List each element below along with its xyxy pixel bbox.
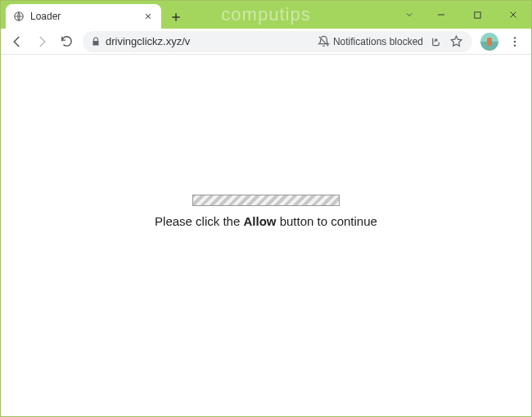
window-controls [395, 1, 531, 29]
titlebar: Loader computips [1, 1, 531, 29]
tab-strip: Loader [1, 1, 187, 29]
profile-avatar[interactable] [480, 33, 498, 51]
svg-rect-1 [474, 11, 480, 17]
svg-point-2 [514, 37, 516, 38]
reload-button[interactable] [55, 30, 78, 53]
msg-bold: Allow [243, 214, 276, 228]
forward-button[interactable] [30, 30, 53, 53]
prompt-message: Please click the Allow button to continu… [155, 214, 377, 228]
chevron-down-icon[interactable] [395, 1, 423, 29]
address-bar[interactable]: drivingclickz.xyz/v Notifications blocke… [83, 31, 472, 52]
progress-bar [192, 195, 340, 206]
tab-title: Loader [30, 11, 137, 22]
share-icon[interactable] [428, 35, 444, 47]
lock-icon [91, 37, 101, 47]
close-window-button[interactable] [495, 1, 531, 29]
notifications-blocked-label: Notifications blocked [333, 36, 423, 47]
url-text: drivingclickz.xyz/v [106, 35, 313, 47]
bell-off-icon [318, 35, 330, 47]
svg-point-4 [514, 44, 516, 46]
star-icon[interactable] [449, 35, 464, 47]
svg-point-3 [514, 40, 516, 42]
maximize-button[interactable] [459, 1, 495, 29]
tab-loader[interactable]: Loader [6, 4, 161, 29]
watermark: computips [221, 4, 310, 25]
close-icon[interactable] [142, 10, 155, 23]
back-button[interactable] [6, 30, 29, 53]
globe-icon [12, 10, 25, 23]
minimize-button[interactable] [423, 1, 459, 29]
page-content: Please click the Allow button to continu… [1, 55, 531, 416]
msg-post: button to continue [276, 214, 376, 228]
msg-pre: Please click the [155, 214, 243, 228]
browser-window: Loader computips [0, 0, 532, 417]
toolbar: drivingclickz.xyz/v Notifications blocke… [1, 29, 531, 55]
kebab-menu-icon[interactable] [503, 30, 526, 53]
new-tab-button[interactable] [165, 6, 187, 29]
notifications-blocked-chip[interactable]: Notifications blocked [318, 35, 423, 47]
